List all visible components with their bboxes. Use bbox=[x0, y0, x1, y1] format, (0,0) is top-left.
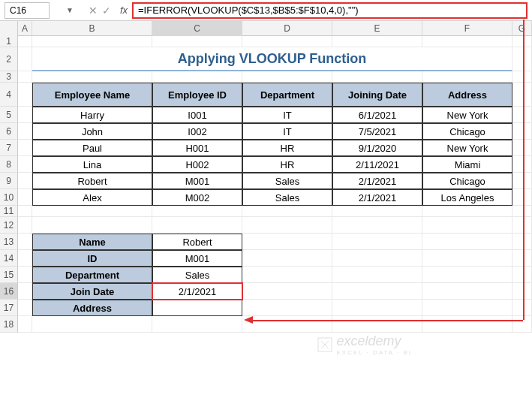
table-header[interactable]: Joining Date bbox=[332, 83, 422, 107]
cell[interactable] bbox=[422, 36, 512, 47]
select-all-corner[interactable] bbox=[0, 21, 18, 36]
col-header-f[interactable]: F bbox=[422, 21, 512, 36]
table-cell[interactable]: 7/5/2021 bbox=[332, 123, 422, 140]
table-cell[interactable]: 6/1/2021 bbox=[332, 107, 422, 123]
table-header[interactable]: Address bbox=[422, 83, 512, 107]
row-header[interactable]: 5 bbox=[0, 107, 18, 123]
lookup-value[interactable] bbox=[152, 300, 242, 316]
cell[interactable] bbox=[512, 189, 532, 206]
cell[interactable] bbox=[332, 217, 422, 234]
row-header[interactable]: 16 bbox=[0, 283, 18, 300]
lookup-label[interactable]: Department bbox=[32, 267, 152, 283]
cell[interactable] bbox=[152, 316, 242, 333]
table-cell[interactable]: Lina bbox=[32, 156, 152, 173]
cell[interactable] bbox=[18, 83, 32, 107]
table-cell[interactable]: Robert bbox=[32, 173, 152, 189]
cell[interactable] bbox=[422, 300, 512, 316]
cell[interactable] bbox=[422, 250, 512, 267]
cell[interactable] bbox=[512, 316, 532, 333]
cell[interactable] bbox=[152, 206, 242, 217]
table-header[interactable]: Employee Name bbox=[32, 83, 152, 107]
table-cell[interactable]: 9/1/2020 bbox=[332, 140, 422, 156]
table-cell[interactable]: H001 bbox=[152, 140, 242, 156]
cell[interactable] bbox=[242, 250, 332, 267]
row-header[interactable]: 15 bbox=[0, 267, 18, 283]
cell[interactable] bbox=[18, 173, 32, 189]
table-cell[interactable]: New York bbox=[422, 107, 512, 123]
table-cell[interactable]: Miami bbox=[422, 156, 512, 173]
cell[interactable] bbox=[242, 283, 332, 300]
cell[interactable] bbox=[152, 217, 242, 234]
cell[interactable] bbox=[512, 156, 532, 173]
table-cell[interactable]: H002 bbox=[152, 156, 242, 173]
cell[interactable] bbox=[152, 36, 242, 47]
cell[interactable] bbox=[422, 267, 512, 283]
table-cell[interactable]: IT bbox=[242, 123, 332, 140]
cell[interactable] bbox=[18, 47, 32, 71]
table-cell[interactable]: Los Angeles bbox=[422, 189, 512, 206]
row-header[interactable]: 9 bbox=[0, 173, 18, 189]
cell[interactable] bbox=[242, 217, 332, 234]
title-cell[interactable]: Applying VLOOKUP Function bbox=[32, 47, 512, 71]
row-header[interactable]: 14 bbox=[0, 250, 18, 267]
cell[interactable] bbox=[18, 250, 32, 267]
table-cell[interactable]: I001 bbox=[152, 107, 242, 123]
cell[interactable] bbox=[422, 234, 512, 250]
cell[interactable] bbox=[422, 206, 512, 217]
row-header[interactable]: 3 bbox=[0, 71, 18, 83]
cell[interactable] bbox=[242, 234, 332, 250]
accept-icon[interactable]: ✓ bbox=[102, 5, 111, 17]
cell[interactable] bbox=[422, 316, 512, 333]
cell[interactable] bbox=[18, 156, 32, 173]
row-header[interactable]: 7 bbox=[0, 140, 18, 156]
row-header[interactable]: 8 bbox=[0, 156, 18, 173]
cell[interactable] bbox=[512, 107, 532, 123]
row-header[interactable]: 13 bbox=[0, 234, 18, 250]
cell[interactable] bbox=[422, 71, 512, 83]
cell[interactable] bbox=[18, 267, 32, 283]
cell[interactable] bbox=[332, 250, 422, 267]
cell[interactable] bbox=[332, 300, 422, 316]
lookup-label[interactable]: Address bbox=[32, 300, 152, 316]
cell[interactable] bbox=[242, 267, 332, 283]
table-cell[interactable]: Chicago bbox=[422, 173, 512, 189]
row-header[interactable]: 18 bbox=[0, 316, 18, 333]
cell[interactable] bbox=[512, 267, 532, 283]
cell[interactable] bbox=[332, 316, 422, 333]
selected-cell[interactable]: 2/1/2021 bbox=[152, 283, 242, 300]
cell[interactable] bbox=[512, 217, 532, 234]
cell[interactable] bbox=[18, 316, 32, 333]
cell[interactable] bbox=[512, 140, 532, 156]
table-cell[interactable]: Harry bbox=[32, 107, 152, 123]
row-header[interactable]: 17 bbox=[0, 300, 18, 316]
cell[interactable] bbox=[18, 217, 32, 234]
table-cell[interactable]: HR bbox=[242, 156, 332, 173]
cell[interactable] bbox=[512, 234, 532, 250]
cell[interactable] bbox=[18, 283, 32, 300]
cell[interactable] bbox=[18, 234, 32, 250]
formula-bar[interactable]: =IFERROR(VLOOKUP($C$13,$B$5:$F$10,4,0),"… bbox=[132, 2, 527, 19]
col-header-a[interactable]: A bbox=[18, 21, 32, 36]
cell[interactable] bbox=[242, 36, 332, 47]
row-header[interactable]: 4 bbox=[0, 83, 18, 107]
lookup-label[interactable]: Join Date bbox=[32, 283, 152, 300]
table-cell[interactable]: IT bbox=[242, 107, 332, 123]
lookup-value[interactable]: Sales bbox=[152, 267, 242, 283]
table-cell[interactable]: Sales bbox=[242, 189, 332, 206]
table-header[interactable]: Employee ID bbox=[152, 83, 242, 107]
cell[interactable] bbox=[152, 71, 242, 83]
cell[interactable] bbox=[512, 300, 532, 316]
cell[interactable] bbox=[512, 83, 532, 107]
cell[interactable] bbox=[18, 206, 32, 217]
table-cell[interactable]: John bbox=[32, 123, 152, 140]
lookup-label[interactable]: ID bbox=[32, 250, 152, 267]
col-header-b[interactable]: B bbox=[32, 21, 152, 36]
table-cell[interactable]: Sales bbox=[242, 173, 332, 189]
cell[interactable] bbox=[512, 283, 532, 300]
col-header-e[interactable]: E bbox=[332, 21, 422, 36]
name-box-dropdown[interactable]: ▼ bbox=[66, 6, 74, 14]
cell[interactable] bbox=[332, 267, 422, 283]
table-cell[interactable]: M001 bbox=[152, 173, 242, 189]
cell[interactable] bbox=[242, 206, 332, 217]
cell[interactable] bbox=[332, 36, 422, 47]
